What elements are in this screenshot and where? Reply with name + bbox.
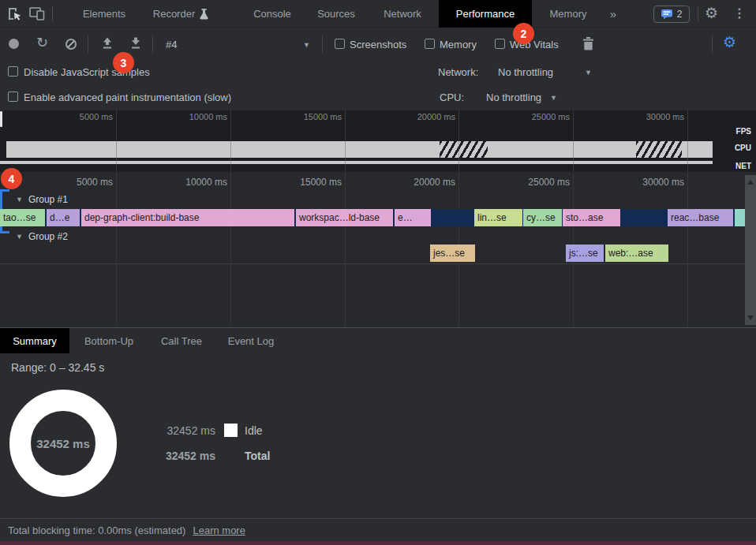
web-vitals-checkbox[interactable]: [495, 39, 505, 49]
flame-bar[interactable]: web:…ase: [605, 245, 668, 262]
issues-counter-button[interactable]: 2: [653, 6, 690, 23]
tab-label: Elements: [83, 8, 125, 20]
overview-tick: 25000 ms: [491, 112, 570, 121]
flame-scrollbar[interactable]: [745, 175, 756, 325]
desktop-edge: [0, 541, 756, 545]
trash-icon[interactable]: [582, 37, 594, 50]
cpu-hatched-region: [440, 141, 488, 158]
tab-label: Event Log: [228, 335, 275, 347]
flame-bar[interactable]: sto…ase: [563, 209, 620, 226]
timeline-overview[interactable]: 5000 ms 10000 ms 15000 ms 20000 ms 25000…: [0, 110, 756, 172]
cpu-throttle-select[interactable]: No throttling: [486, 91, 541, 103]
tab-label: Network: [384, 8, 421, 20]
flame-tick: 20000 ms: [375, 177, 455, 188]
flame-bar[interactable]: js:…se: [566, 245, 604, 262]
advanced-paint-checkbox[interactable]: [8, 91, 18, 102]
flame-bar[interactable]: [735, 209, 745, 226]
overview-tick: 20000 ms: [376, 112, 455, 121]
performance-toolbar: ↻ #4 ▼ Screenshots Memory Web Vitals ⚙: [0, 28, 756, 60]
kebab-menu-icon[interactable]: ⋮: [733, 6, 746, 21]
learn-more-link[interactable]: Learn more: [193, 524, 245, 536]
memory-checkbox[interactable]: [425, 39, 435, 49]
tab-summary[interactable]: Summary: [0, 328, 69, 353]
tab-label: Performance: [456, 8, 515, 20]
advanced-paint-label[interactable]: Enable advanced paint instrumentation (s…: [24, 91, 231, 103]
flame-bar[interactable]: jes…se: [430, 245, 475, 262]
reload-record-icon[interactable]: ↻: [36, 34, 48, 51]
overview-tick: 10000 ms: [148, 112, 227, 121]
tab-console[interactable]: Console: [237, 0, 308, 28]
flame-bar[interactable]: tao…se: [0, 209, 45, 226]
chevron-down-icon[interactable]: ▼: [550, 94, 557, 102]
tab-event-log[interactable]: Event Log: [215, 328, 287, 353]
cpu-hatched-region: [636, 141, 682, 158]
network-throttle-label: Network:: [438, 66, 478, 78]
screenshots-label[interactable]: Screenshots: [350, 39, 406, 50]
tab-label: Recorder: [153, 8, 195, 20]
flame-bar[interactable]: e…: [395, 209, 431, 226]
legend-idle-label: Idle: [245, 424, 263, 437]
overview-left-handle[interactable]: [0, 111, 2, 127]
tab-memory[interactable]: Memory: [533, 0, 603, 28]
tab-network[interactable]: Network: [365, 0, 440, 28]
inspect-icon[interactable]: [7, 6, 22, 21]
tab-label: Sources: [317, 8, 355, 20]
gridline: [345, 110, 346, 172]
recording-selector[interactable]: #4: [166, 39, 177, 50]
details-tabbar: Summary Bottom-Up Call Tree Event Log: [0, 327, 756, 353]
flame-chart[interactable]: 5000 ms 10000 ms 15000 ms 20000 ms 25000…: [0, 172, 756, 327]
triangle-down-icon: ▼: [16, 196, 23, 203]
flame-bar[interactable]: reac…base: [668, 209, 733, 226]
tab-bottom-up[interactable]: Bottom-Up: [69, 328, 148, 353]
gridline: [230, 174, 231, 327]
more-tabs-chevron: »: [610, 7, 616, 21]
tab-call-tree[interactable]: Call Tree: [148, 328, 215, 353]
cpu-lane-label: CPU: [732, 143, 754, 153]
group-label: Group #1: [28, 194, 68, 205]
network-throttle-select[interactable]: No throttling: [498, 66, 553, 78]
flame-bar-label: cy…se: [526, 212, 556, 223]
tab-recorder[interactable]: Recorder: [139, 0, 223, 28]
fps-lane-label: FPS: [733, 126, 754, 136]
flame-bar[interactable]: lin…se: [474, 209, 522, 226]
triangle-down-icon: ▼: [16, 233, 23, 241]
toolbar-separator: [322, 35, 323, 53]
chevron-down-icon[interactable]: ▼: [585, 69, 592, 77]
disable-js-samples-checkbox[interactable]: [8, 66, 18, 77]
flame-bar-label: web:…ase: [608, 248, 653, 259]
toolbar-separator: [712, 35, 713, 53]
record-button[interactable]: [9, 39, 19, 49]
scroll-up-icon[interactable]: [747, 180, 754, 185]
cpu-throttle-label: CPU:: [440, 91, 464, 103]
tab-elements[interactable]: Elements: [69, 0, 139, 28]
gridline: [458, 110, 459, 172]
gridline: [573, 110, 574, 172]
issues-count: 2: [677, 9, 683, 20]
group-2-header[interactable]: ▼ Group #2: [16, 231, 68, 242]
message-bubble-icon: [661, 9, 673, 20]
flame-bar-label: workspac…ld-base: [299, 212, 380, 223]
load-profile-icon[interactable]: [101, 37, 114, 50]
gridline: [687, 110, 688, 172]
save-profile-icon[interactable]: [129, 37, 142, 50]
flame-bar[interactable]: workspac…ld-base: [296, 209, 393, 226]
flame-bar[interactable]: d…e: [47, 209, 80, 226]
more-tabs-button[interactable]: »: [603, 0, 623, 28]
settings-gear-icon[interactable]: ⚙: [705, 4, 718, 22]
capture-settings-gear-icon[interactable]: ⚙: [723, 33, 736, 51]
flame-bar[interactable]: dep-graph-client:build-base: [81, 209, 294, 226]
group-1-header[interactable]: ▼ Group #1: [16, 194, 68, 205]
device-toolbar-icon[interactable]: [29, 7, 45, 21]
overview-tick: 30000 ms: [605, 112, 684, 121]
flame-bar[interactable]: cy…se: [523, 209, 562, 226]
scroll-down-icon[interactable]: [747, 315, 754, 320]
legend-idle-swatch: [224, 424, 238, 437]
flame-bar-label: d…e: [50, 212, 69, 223]
screenshots-checkbox[interactable]: [335, 39, 345, 49]
chevron-down-icon[interactable]: ▼: [303, 41, 310, 49]
clear-icon[interactable]: [65, 39, 77, 50]
tab-sources[interactable]: Sources: [301, 0, 371, 28]
flame-bar-label: js:…se: [569, 248, 598, 259]
net-lane-label: NET: [732, 161, 754, 171]
memory-label[interactable]: Memory: [440, 39, 477, 50]
